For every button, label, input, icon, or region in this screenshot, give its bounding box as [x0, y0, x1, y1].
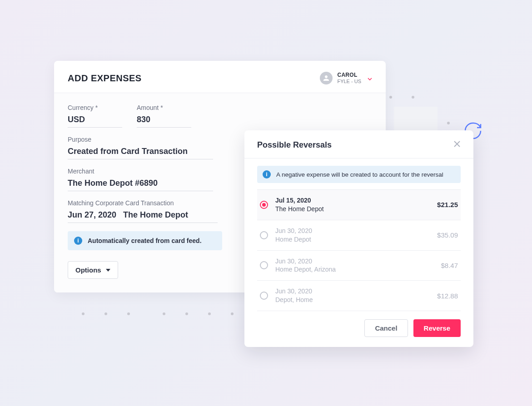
chevron-down-icon — [368, 74, 372, 82]
reverse-button[interactable]: Reverse — [413, 319, 461, 337]
reversal-merchant: Home Depot, Arizona — [275, 265, 433, 274]
info-banner: i Automatically created from card feed. — [68, 231, 222, 250]
user-org: FYLE - US — [337, 79, 361, 84]
info-icon: i — [263, 170, 271, 178]
reversal-text: Jun 30, 2020Depot, Home — [275, 287, 430, 304]
reversal-amount: $21.25 — [437, 201, 458, 208]
amount-label: Amount * — [137, 104, 191, 111]
reversal-amount: $35.09 — [437, 231, 458, 239]
close-icon[interactable] — [453, 140, 461, 150]
reversal-date: Jun 30, 2020 — [275, 287, 430, 296]
decoration-dot — [231, 312, 234, 315]
modal-info-banner: i A negative expense will be created to … — [257, 166, 461, 183]
decoration-dot — [389, 96, 392, 99]
reversal-item[interactable]: Jun 30, 2020Home Depot, Arizona$8.47 — [257, 251, 461, 281]
currency-input[interactable] — [68, 114, 122, 128]
reversal-merchant: The Home Depot — [275, 205, 430, 213]
cancel-button[interactable]: Cancel — [364, 319, 408, 337]
decoration-dot — [82, 312, 85, 315]
reversal-item[interactable]: Jul 15, 2020The Home Depot$21.25 — [257, 190, 461, 220]
decoration-dot — [185, 312, 188, 315]
reversal-text: Jun 30, 2020Home Depot, Arizona — [275, 257, 433, 274]
options-button[interactable]: Options — [68, 261, 118, 279]
reversal-item[interactable]: Jun 30, 2020Home Depot$35.09 — [257, 220, 461, 251]
reversal-date: Jun 30, 2020 — [275, 257, 433, 266]
reversal-merchant: Depot, Home — [275, 296, 430, 304]
purpose-input[interactable] — [68, 146, 213, 159]
user-name: CAROL — [337, 72, 361, 78]
expenses-header: ADD EXPENSES CAROL FYLE - US — [54, 61, 386, 93]
user-text: CAROL FYLE - US — [337, 72, 361, 84]
reversal-amount: $12.88 — [437, 292, 458, 300]
reversal-date: Jul 15, 2020 — [275, 196, 430, 205]
decoration-dot — [208, 312, 211, 315]
matching-input[interactable] — [68, 209, 218, 223]
page-title: ADD EXPENSES — [68, 73, 142, 84]
reversal-merchant: Home Depot — [275, 235, 430, 244]
decoration-dot — [412, 96, 414, 99]
reversal-item[interactable]: Jun 30, 2020Depot, Home$12.88 — [257, 281, 461, 311]
amount-field: Amount * — [137, 104, 191, 128]
options-label: Options — [75, 266, 101, 274]
radio-icon — [260, 201, 268, 209]
reversal-amount: $8.47 — [441, 262, 458, 269]
caret-down-icon — [106, 269, 110, 272]
reversal-list: Jul 15, 2020The Home Depot$21.25Jun 30, … — [257, 189, 461, 311]
info-banner-text: Automatically created from card feed. — [88, 237, 202, 244]
decoration-dot — [104, 312, 107, 315]
avatar-icon — [320, 72, 333, 84]
modal-body: i A negative expense will be created to … — [244, 158, 473, 311]
user-switcher[interactable]: CAROL FYLE - US — [320, 72, 372, 84]
reversal-text: Jul 15, 2020The Home Depot — [275, 196, 430, 213]
decoration-dot — [163, 312, 165, 315]
modal-title: Possible Reversals — [257, 140, 332, 150]
radio-icon — [260, 292, 268, 300]
reversal-date: Jun 30, 2020 — [275, 227, 430, 235]
currency-field: Currency * — [68, 104, 122, 128]
amount-input[interactable] — [137, 114, 191, 128]
currency-label: Currency * — [68, 104, 122, 111]
decoration-dot — [127, 312, 130, 315]
radio-icon — [260, 231, 268, 239]
merchant-input[interactable] — [68, 178, 213, 191]
modal-footer: Cancel Reverse — [244, 311, 473, 347]
radio-icon — [260, 261, 268, 269]
reversal-text: Jun 30, 2020Home Depot — [275, 227, 430, 244]
modal-header: Possible Reversals — [244, 130, 473, 158]
reversals-modal: Possible Reversals i A negative expense … — [244, 130, 473, 347]
info-icon: i — [74, 237, 82, 245]
decoration-dot — [447, 122, 450, 124]
modal-info-text: A negative expense will be created to ac… — [276, 171, 443, 178]
